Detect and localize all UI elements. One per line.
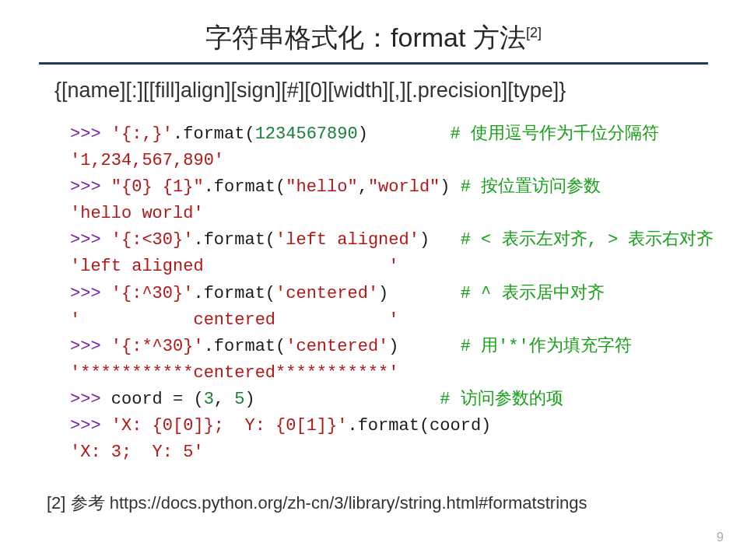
prompt: >>> <box>70 230 111 250</box>
code-call: .format( <box>193 284 275 303</box>
code-str: '{:^30}' <box>111 284 194 303</box>
code-num: 5 <box>234 390 244 409</box>
code-str: '{:,}' <box>111 124 173 144</box>
prompt: >>> <box>70 337 111 356</box>
code-str: '{:<30}' <box>111 230 194 250</box>
code-str: 'X: {0[0]}; Y: {0[1]}' <box>111 416 348 436</box>
code-num: 1234567890 <box>255 124 358 144</box>
code-str: "world" <box>368 177 440 197</box>
code-output: ' centered ' <box>70 310 398 330</box>
title-ref: [2] <box>526 25 542 40</box>
code-call: .format( <box>193 230 275 250</box>
code-var: coord = ( <box>111 390 204 409</box>
prompt: >>> <box>70 124 111 144</box>
code-comment: # < 表示左对齐, > 表示右对齐 <box>461 230 714 250</box>
code-close: ) <box>358 124 368 144</box>
code-str: '{:*^30}' <box>111 337 204 356</box>
code-call: .format(coord) <box>347 416 491 436</box>
code-close: ) <box>378 284 388 303</box>
prompt: >>> <box>70 284 111 303</box>
code-output: 'left aligned ' <box>70 257 398 276</box>
code-comment: # 用'*'作为填充字符 <box>461 337 632 356</box>
code-comment: # ^ 表示居中对齐 <box>461 284 605 303</box>
code-comment: # 访问参数的项 <box>440 390 563 409</box>
code-str: "hello" <box>286 177 357 197</box>
format-syntax: {[name][:][[fill]align][sign][#][0][widt… <box>54 79 708 103</box>
slide: 字符串格式化：format 方法[2] {[name][:][[fill]ali… <box>0 0 747 560</box>
code-comma: , <box>214 390 234 409</box>
code-output: '1,234,567,890' <box>70 151 224 170</box>
prompt: >>> <box>70 177 111 197</box>
code-str: "{0} {1}" <box>111 177 204 197</box>
code-comma: , <box>358 177 368 197</box>
prompt: >>> <box>70 390 111 409</box>
title-text: 字符串格式化：format 方法 <box>205 23 526 52</box>
code-call: .format( <box>173 124 255 144</box>
title-rule <box>39 62 708 65</box>
code-str: 'centered' <box>275 284 378 303</box>
code-comment: # 按位置访问参数 <box>461 177 601 197</box>
code-num: 3 <box>204 390 214 409</box>
code-close: ) <box>388 337 398 356</box>
code-output: 'X: 3; Y: 5' <box>70 443 204 462</box>
code-output: 'hello world' <box>70 204 204 223</box>
code-close: ) <box>244 390 254 409</box>
prompt: >>> <box>70 416 111 436</box>
code-close: ) <box>440 177 450 197</box>
code-str: 'centered' <box>286 337 388 356</box>
footnote: [2] 参考 https://docs.python.org/zh-cn/3/l… <box>47 492 587 515</box>
page-title: 字符串格式化：format 方法[2] <box>39 20 708 56</box>
code-output: '***********centered***********' <box>70 363 398 383</box>
code-call: .format( <box>204 177 286 197</box>
code-call: .format( <box>204 337 286 356</box>
page-number: 9 <box>717 530 724 544</box>
code-comment: # 使用逗号作为千位分隔符 <box>451 124 659 144</box>
code-close: ) <box>419 230 430 250</box>
code-example: >>> '{:,}'.format(1234567890) # 使用逗号作为千位… <box>70 121 708 466</box>
code-str: 'left aligned' <box>275 230 419 250</box>
